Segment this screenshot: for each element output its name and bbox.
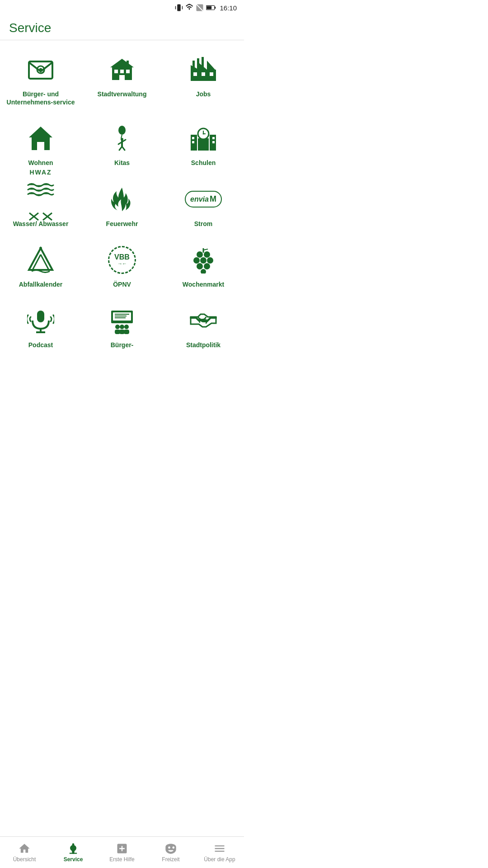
svg-rect-16 (119, 75, 125, 80)
vibrate-icon (175, 4, 183, 12)
svg-rect-17 (127, 61, 129, 67)
grid-item-stadtverwaltung[interactable]: Stadtverwaltung (81, 45, 163, 113)
grid-label-oepnv: ÖPNV (113, 280, 131, 288)
grid-label-wohnen: Wohnen (28, 159, 53, 167)
grid-item-schulen[interactable]: Schulen (163, 113, 244, 174)
page-title: Service (9, 21, 235, 35)
svg-point-75 (115, 325, 120, 329)
grid-label-strom: Strom (194, 220, 212, 228)
battery-icon (206, 5, 216, 11)
grapes-icon (188, 244, 219, 276)
svg-rect-23 (197, 58, 199, 70)
svg-rect-67 (37, 311, 44, 322)
svg-rect-80 (124, 330, 129, 334)
svg-rect-26 (202, 72, 205, 76)
svg-marker-21 (207, 61, 215, 70)
svg-rect-14 (120, 70, 124, 73)
envelope-at-icon (25, 54, 56, 85)
svg-rect-46 (192, 141, 194, 143)
child-balloon-icon (106, 123, 138, 154)
microphone-icon (25, 305, 56, 336)
grid-item-stadtpolitik[interactable]: Stadtpolitik (163, 296, 244, 356)
svg-point-64 (197, 263, 203, 269)
grid-item-abfallkalender[interactable]: Abfallkalender (0, 235, 81, 296)
svg-rect-25 (193, 72, 197, 76)
svg-point-30 (118, 126, 126, 135)
wifi-icon (185, 4, 193, 12)
grid-label-buerger2: Bürger- (111, 341, 134, 349)
factory-icon (188, 54, 219, 85)
main-content: Bürger- und Unternehmens-service (0, 40, 244, 397)
svg-rect-24 (202, 57, 204, 70)
grid-item-wochenmarkt[interactable]: Wochenmarkt (163, 235, 244, 296)
grid-item-wasser[interactable]: HWAZ Wasser/ Abwass (0, 175, 81, 235)
svg-rect-15 (126, 70, 130, 73)
svg-point-10 (39, 68, 42, 71)
status-icons (175, 4, 216, 12)
svg-point-62 (200, 257, 206, 264)
svg-point-79 (124, 325, 129, 329)
svg-marker-12 (110, 59, 134, 67)
grid-label-podcast: Podcast (28, 341, 53, 349)
grid-label-schulen: Schulen (191, 159, 216, 167)
svg-line-31 (121, 135, 122, 138)
grid-item-jobs[interactable]: Jobs (163, 45, 244, 113)
grid-item-buerger2[interactable]: Bürger- (81, 296, 163, 356)
grid-label-stadtpolitik: Stadtpolitik (186, 341, 221, 349)
school-clock-icon (188, 123, 219, 154)
grid-label-wasser: Wasser/ Abwasser (13, 220, 69, 228)
grid-label-wochenmarkt: Wochenmarkt (183, 280, 224, 288)
grid-label-buerger: Bürger- und Unternehmens-service (5, 90, 77, 106)
svg-point-63 (207, 257, 213, 264)
svg-point-77 (120, 325, 124, 329)
svg-point-59 (197, 251, 203, 258)
svg-rect-47 (212, 137, 215, 139)
grid-item-strom[interactable]: envia M Strom (163, 175, 244, 235)
svg-rect-27 (210, 72, 213, 76)
grid-item-wohnen[interactable]: Wohnen (0, 113, 81, 174)
grid-label-abfallkalender: Abfallkalender (19, 280, 62, 288)
grid-label-jobs: Jobs (196, 90, 211, 98)
svg-rect-40 (198, 138, 209, 151)
envia-icon: envia M (188, 184, 219, 215)
svg-rect-29 (37, 142, 44, 150)
svg-point-81 (201, 319, 206, 322)
svg-rect-45 (192, 137, 194, 139)
triangle-tent-icon (25, 244, 56, 276)
svg-rect-22 (192, 61, 195, 70)
hwaz-icon: HWAZ (25, 184, 56, 215)
handshake-icon (188, 305, 219, 336)
grid-label-stadtverwaltung: Stadtverwaltung (98, 90, 147, 98)
svg-point-56 (39, 247, 42, 250)
svg-rect-0 (178, 5, 181, 11)
house-icon (25, 123, 56, 154)
svg-rect-1 (175, 6, 176, 9)
service-grid: Bürger- und Unternehmens-service (0, 40, 244, 361)
grid-item-feuerwehr[interactable]: Feuerwehr (81, 175, 163, 235)
status-bar: 16:10 (0, 0, 244, 15)
building-school-icon (106, 54, 138, 85)
svg-marker-53 (29, 248, 52, 270)
grid-item-oepnv[interactable]: VBB →← ÖPNV (81, 235, 163, 296)
svg-rect-48 (212, 141, 215, 143)
svg-point-66 (201, 269, 206, 274)
svg-rect-13 (114, 70, 118, 73)
page-header: Service (0, 15, 244, 40)
svg-rect-6 (207, 6, 212, 9)
svg-point-61 (193, 257, 200, 264)
grid-label-feuerwehr: Feuerwehr (106, 220, 138, 228)
svg-line-37 (122, 146, 125, 150)
community-icon (106, 305, 138, 336)
grid-item-buerger[interactable]: Bürger- und Unternehmens-service (0, 45, 81, 113)
grid-item-kitas[interactable]: Kitas (81, 113, 163, 174)
grid-item-podcast[interactable]: Podcast (0, 296, 81, 356)
status-time: 16:10 (220, 4, 237, 12)
flame-icon (106, 184, 138, 215)
svg-rect-2 (182, 6, 183, 9)
signal-icon (196, 4, 204, 12)
grid-label-kitas: Kitas (114, 159, 130, 167)
vbb-icon: VBB →← (106, 244, 138, 276)
svg-rect-7 (215, 7, 216, 9)
svg-point-65 (204, 263, 210, 269)
svg-point-60 (204, 251, 210, 258)
